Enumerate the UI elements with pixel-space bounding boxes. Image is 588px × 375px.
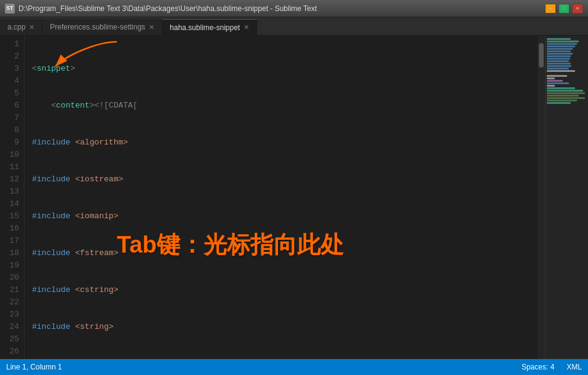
code-content[interactable]: <snippet> <content><![CDATA[ #include <a… (25, 36, 538, 359)
line-num-4: 4 (2, 75, 19, 87)
code-area[interactable]: 1 2 3 4 5 6 7 8 9 10 11 12 13 14 15 16 1… (0, 36, 588, 359)
tab-bar: a.cpp ✕ Preferences.sublime-settings ✕ h… (0, 17, 588, 36)
tab-snippet-label: haha.sublime-snippet (170, 23, 240, 32)
scrollbar[interactable] (538, 36, 545, 359)
line-num-13: 13 (2, 186, 19, 198)
line-num-23: 23 (2, 309, 19, 321)
editor-container: 1 2 3 4 5 6 7 8 9 10 11 12 13 14 15 16 1… (0, 36, 588, 359)
line-num-12: 12 (2, 173, 19, 186)
line-num-2: 2 (2, 50, 19, 63)
tab-cpp-label: a.cpp (7, 23, 25, 31)
code-line-7: #include <cstring> (32, 284, 538, 296)
line-numbers: 1 2 3 4 5 6 7 8 9 10 11 12 13 14 15 16 1… (0, 36, 25, 359)
line-num-5: 5 (2, 87, 19, 100)
code-line-3: #include <algorithm> (32, 136, 538, 149)
line-num-3: 3 (2, 63, 19, 75)
line-num-7: 7 (2, 112, 19, 124)
close-button[interactable]: ✕ (572, 4, 583, 14)
window-controls: ─ □ ✕ (545, 4, 583, 14)
title-bar: ST D:\Program_Files\Sublime Text 3\Data\… (0, 0, 588, 17)
tab-prefs[interactable]: Preferences.sublime-settings ✕ (42, 19, 162, 35)
line-num-27: 27 (2, 358, 19, 359)
tab-cpp-close[interactable]: ✕ (29, 23, 34, 31)
tab-prefs-close[interactable]: ✕ (149, 23, 154, 31)
line-num-11: 11 (2, 161, 19, 173)
code-line-9: #include <cstdio> (32, 358, 538, 359)
spaces-setting: Spaces: 4 (522, 363, 554, 371)
line-num-20: 20 (2, 272, 19, 284)
line-num-16: 16 (2, 223, 19, 235)
line-num-6: 6 (2, 100, 19, 112)
scrollbar-thumb[interactable] (539, 43, 544, 68)
line-num-25: 25 (2, 333, 19, 345)
code-line-2: <content><![CDATA[ (32, 100, 538, 112)
code-line-1: <snippet> (32, 63, 538, 75)
code-line-4: #include <iostream> (32, 173, 538, 186)
line-num-19: 19 (2, 259, 19, 272)
status-bar: Line 1, Column 1 Spaces: 4 XML (0, 359, 588, 375)
tab-cpp[interactable]: a.cpp ✕ (0, 19, 42, 35)
tab-snippet-close[interactable]: ✕ (244, 23, 249, 31)
line-num-21: 21 (2, 284, 19, 296)
window-title: D:\Program_Files\Sublime Text 3\Data\Pac… (18, 4, 545, 13)
code-line-8: #include <string> (32, 321, 538, 333)
status-right: Spaces: 4 XML (522, 363, 582, 371)
line-num-22: 22 (2, 296, 19, 309)
status-left: Line 1, Column 1 (6, 363, 62, 371)
line-num-24: 24 (2, 321, 19, 333)
tab-snippet[interactable]: haha.sublime-snippet ✕ (162, 19, 257, 35)
syntax-label: XML (566, 363, 582, 371)
minimap[interactable] (545, 36, 588, 359)
line-num-10: 10 (2, 149, 19, 161)
line-num-1: 1 (2, 38, 19, 50)
app-icon: ST (5, 4, 15, 14)
line-num-18: 18 (2, 247, 19, 259)
line-num-17: 17 (2, 235, 19, 247)
tab-prefs-label: Preferences.sublime-settings (50, 23, 145, 31)
line-num-14: 14 (2, 198, 19, 210)
line-num-9: 9 (2, 136, 19, 149)
minimap-content (546, 36, 588, 107)
code-line-5: #include <iomanip> (32, 210, 538, 223)
line-num-8: 8 (2, 124, 19, 136)
cursor-position: Line 1, Column 1 (6, 363, 62, 371)
line-num-15: 15 (2, 210, 19, 223)
line-num-26: 26 (2, 345, 19, 358)
code-line-6: #include <fstream> (32, 247, 538, 259)
annotation-overlay: Tab键：光标指向此处 (117, 189, 344, 275)
maximize-button[interactable]: □ (558, 4, 570, 14)
minimize-button[interactable]: ─ (545, 4, 556, 14)
